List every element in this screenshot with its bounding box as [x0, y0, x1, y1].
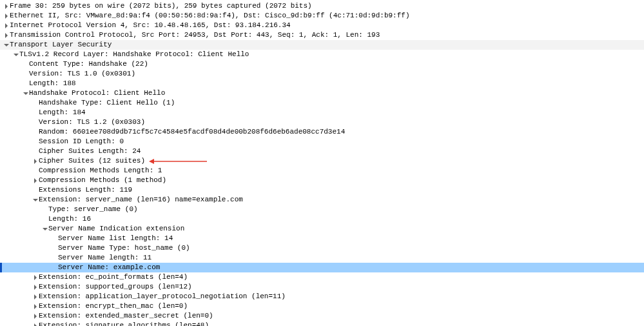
tree-row[interactable]: Cipher Suites Length: 24	[0, 147, 644, 156]
expand-icon[interactable]	[32, 159, 39, 164]
tree-row-label: Extension: supported_groups (len=12)	[39, 282, 192, 292]
collapse-icon[interactable]	[41, 227, 48, 232]
collapse-icon[interactable]	[3, 43, 10, 48]
tree-row[interactable]: TLSv1.2 Record Layer: Handshake Protocol…	[0, 50, 644, 59]
expand-icon[interactable]	[32, 294, 39, 300]
tree-row[interactable]: Transmission Control Protocol, Src Port:…	[0, 30, 644, 40]
tree-row-label: Frame 30: 259 bytes on wire (2072 bits),…	[10, 1, 312, 11]
expand-icon[interactable]	[32, 285, 39, 290]
tree-row-label: Compression Methods Length: 1	[39, 166, 162, 176]
tree-row[interactable]: Server Name Indication extension	[0, 224, 644, 234]
tree-row-label: Compression Methods (1 method)	[39, 176, 166, 185]
tree-row-label: Internet Protocol Version 4, Src: 10.48.…	[10, 21, 291, 30]
tree-row[interactable]: Server Name: example.com	[0, 263, 644, 272]
tree-row[interactable]: Session ID Length: 0	[0, 137, 644, 147]
tree-row-label: Handshake Type: Client Hello (1)	[39, 98, 175, 108]
tree-row-label: Handshake Protocol: Client Hello	[29, 88, 165, 98]
tree-row[interactable]: Compression Methods (1 method)	[0, 176, 644, 185]
tree-row-label: Server Name list length: 14	[58, 234, 173, 243]
tree-row[interactable]: Cipher Suites (12 suites)	[0, 156, 644, 166]
collapse-icon[interactable]	[12, 52, 19, 57]
tree-row[interactable]: Extension: application_layer_protocol_ne…	[0, 292, 644, 301]
expand-icon[interactable]	[32, 275, 39, 280]
tree-row[interactable]: Type: server_name (0)	[0, 205, 644, 214]
tree-row-label: Cipher Suites (12 suites)	[39, 156, 145, 166]
expand-icon[interactable]	[3, 23, 10, 28]
expand-icon[interactable]	[3, 14, 10, 19]
tree-row-label: Transmission Control Protocol, Src Port:…	[10, 30, 380, 40]
collapse-icon[interactable]	[32, 198, 39, 203]
expand-icon[interactable]	[32, 178, 39, 183]
tree-row-label: Server Name Indication extension	[48, 224, 184, 234]
tree-row-label: Cipher Suites Length: 24	[39, 147, 141, 156]
tree-row[interactable]: Frame 30: 259 bytes on wire (2072 bits),…	[0, 1, 644, 11]
tree-row-label: Length: 184	[39, 108, 86, 117]
tree-row[interactable]: Length: 184	[0, 108, 644, 117]
tree-row-label: Extension: ec_point_formats (len=4)	[39, 272, 188, 282]
tree-row-label: Content Type: Handshake (22)	[29, 59, 148, 69]
tree-row-label: Ethernet II, Src: VMware_8d:9a:f4 (00:50…	[10, 11, 410, 21]
tree-row[interactable]: Handshake Protocol: Client Hello	[0, 88, 644, 98]
tree-row[interactable]: Random: 6601ee708d9db71cf5c7c4584e5facdf…	[0, 127, 644, 137]
tree-row-label: Version: TLS 1.2 (0x0303)	[39, 117, 145, 127]
tree-row-label: Server Name length: 11	[58, 253, 151, 263]
tree-row[interactable]: Version: TLS 1.2 (0x0303)	[0, 117, 644, 127]
tree-row[interactable]: Length: 188	[0, 79, 644, 88]
tree-row[interactable]: Extension: encrypt_then_mac (len=0)	[0, 301, 644, 311]
packet-details-tree[interactable]: Frame 30: 259 bytes on wire (2072 bits),…	[0, 0, 644, 326]
annotation-arrow-icon	[149, 159, 207, 164]
tree-row[interactable]: Compression Methods Length: 1	[0, 166, 644, 176]
tree-row[interactable]: Transport Layer Security	[0, 40, 644, 50]
tree-row[interactable]: Extension: extended_master_secret (len=0…	[0, 311, 644, 321]
tree-row[interactable]: Extension: signature_algorithms (len=48)	[0, 321, 644, 326]
expand-icon[interactable]	[3, 33, 10, 38]
expand-icon[interactable]	[32, 323, 39, 327]
tree-row-label: Extension: extended_master_secret (len=0…	[39, 311, 213, 321]
expand-icon[interactable]	[32, 304, 39, 309]
expand-icon[interactable]	[32, 314, 39, 319]
tree-row-label: Extensions Length: 119	[39, 185, 132, 195]
tree-row[interactable]: Server Name list length: 14	[0, 234, 644, 243]
tree-row-label: Length: 16	[48, 214, 91, 224]
tree-row-label: Extension: signature_algorithms (len=48)	[39, 321, 209, 326]
tree-row-label: Server Name Type: host_name (0)	[58, 243, 190, 253]
tree-row-label: Extension: encrypt_then_mac (len=0)	[39, 301, 188, 311]
collapse-icon[interactable]	[22, 91, 29, 96]
tree-row[interactable]: Extension: ec_point_formats (len=4)	[0, 272, 644, 282]
tree-row[interactable]: Content Type: Handshake (22)	[0, 59, 644, 69]
tree-row[interactable]: Server Name Type: host_name (0)	[0, 243, 644, 253]
tree-row-label: Session ID Length: 0	[39, 137, 124, 147]
tree-row[interactable]: Extensions Length: 119	[0, 185, 644, 195]
tree-row-label: Type: server_name (0)	[48, 205, 138, 214]
tree-row[interactable]: Handshake Type: Client Hello (1)	[0, 98, 644, 108]
tree-row-label: Extension: server_name (len=16) name=exa…	[39, 195, 243, 205]
tree-row-label: Length: 188	[29, 79, 76, 88]
tree-row[interactable]: Server Name length: 11	[0, 253, 644, 263]
expand-icon[interactable]	[3, 4, 10, 9]
tree-row-label: Random: 6601ee708d9db71cf5c7c4584e5facdf…	[39, 127, 345, 137]
tree-row-label: Version: TLS 1.0 (0x0301)	[29, 69, 135, 79]
tree-row[interactable]: Extension: supported_groups (len=12)	[0, 282, 644, 292]
tree-row[interactable]: Length: 16	[0, 214, 644, 224]
tree-row-label: TLSv1.2 Record Layer: Handshake Protocol…	[19, 50, 249, 59]
tree-row-label: Transport Layer Security	[10, 40, 112, 50]
tree-row[interactable]: Ethernet II, Src: VMware_8d:9a:f4 (00:50…	[0, 11, 644, 21]
tree-row-label: Extension: application_layer_protocol_ne…	[39, 292, 286, 301]
tree-row[interactable]: Extension: server_name (len=16) name=exa…	[0, 195, 644, 205]
tree-row[interactable]: Internet Protocol Version 4, Src: 10.48.…	[0, 21, 644, 30]
tree-row-label: Server Name: example.com	[58, 263, 160, 272]
tree-row[interactable]: Version: TLS 1.0 (0x0301)	[0, 69, 644, 79]
